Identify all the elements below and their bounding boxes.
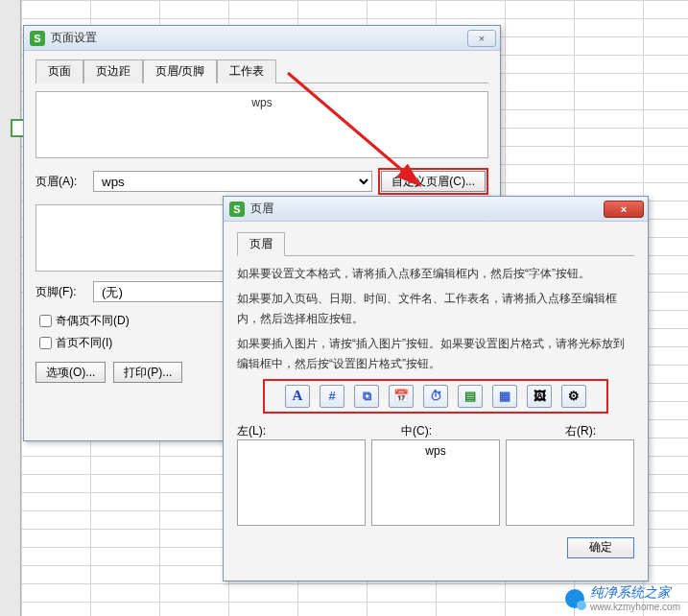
page-setup-title: 页面设置: [51, 30, 467, 46]
left-section-label: 左(L):: [237, 423, 357, 439]
custom-header-highlight: 自定义页眉(C)...: [378, 168, 488, 195]
instruction-text-3: 如果要插入图片，请按“插入图片”按钮。如果要设置图片格式，请将光标放到编辑框中，…: [237, 334, 634, 373]
center-section-label: 中(C):: [357, 423, 477, 439]
print-button[interactable]: 打印(P)...: [113, 362, 182, 383]
page-number-icon[interactable]: #: [320, 385, 344, 408]
odd-even-different-label: 奇偶页不同(D): [56, 313, 130, 329]
total-pages-icon[interactable]: ⧉: [354, 385, 379, 408]
filepath-icon[interactable]: ▤: [458, 385, 483, 408]
page-setup-titlebar[interactable]: S 页面设置 ×: [24, 26, 500, 51]
header-toolbar-highlight: A # ⧉ 📅 ⏱ ▤ ▦ 🖼 ⚙: [263, 379, 608, 414]
wps-app-icon: S: [30, 31, 45, 46]
insert-image-icon[interactable]: 🖼: [527, 385, 552, 408]
tab-header-footer[interactable]: 页眉/页脚: [143, 59, 217, 83]
header-preview-box: wps: [36, 91, 488, 158]
tab-margins[interactable]: 页边距: [83, 59, 143, 83]
tab-sheet[interactable]: 工作表: [217, 59, 276, 83]
instruction-text-1: 如果要设置文本格式，请将插入点移至编辑框内，然后按“字体”按钮。: [237, 264, 634, 283]
center-header-input[interactable]: wps: [371, 439, 500, 526]
ok-button[interactable]: 确定: [567, 537, 634, 558]
odd-even-different-checkbox[interactable]: [39, 315, 52, 327]
watermark-brand: 纯净系统之家: [590, 584, 671, 600]
watermark-logo-icon: [565, 589, 584, 608]
date-icon[interactable]: 📅: [389, 385, 414, 408]
right-section-label: 右(R):: [476, 423, 634, 439]
center-header-value: wps: [425, 444, 445, 458]
tab-header-inner[interactable]: 页眉: [237, 232, 285, 256]
watermark: 纯净系统之家 www.kzmyhome.com: [565, 584, 680, 612]
time-icon[interactable]: ⏱: [423, 385, 448, 408]
image-format-icon[interactable]: ⚙: [561, 385, 586, 408]
watermark-url: www.kzmyhome.com: [590, 602, 680, 612]
options-button[interactable]: 选项(O)...: [36, 362, 106, 383]
tab-page[interactable]: 页面: [36, 59, 83, 83]
row-header-strip: [0, 0, 21, 616]
page-setup-tabs: 页面 页边距 页眉/页脚 工作表: [36, 59, 488, 83]
sheetname-icon[interactable]: ▦: [492, 385, 517, 408]
header-editor-title: 页眉: [250, 201, 604, 217]
font-icon[interactable]: A: [285, 385, 310, 408]
header-combo-label: 页眉(A):: [36, 174, 93, 190]
first-page-different-label: 首页不同(I): [56, 335, 112, 351]
first-page-different-checkbox[interactable]: [39, 337, 52, 349]
header-editor-titlebar[interactable]: S 页眉 ×: [224, 197, 648, 222]
left-header-input[interactable]: [237, 439, 366, 526]
wps-app-icon: S: [229, 201, 245, 217]
custom-header-button[interactable]: 自定义页眉(C)...: [381, 171, 486, 192]
footer-combo-label: 页脚(F):: [36, 284, 93, 300]
instruction-text-2: 如果要加入页码、日期、时间、文件名、工作表名，请将插入点移至编辑框内，然后选择相…: [237, 289, 634, 328]
page-setup-close-button[interactable]: ×: [467, 30, 496, 47]
header-editor-dialog: S 页眉 × 页眉 如果要设置文本格式，请将插入点移至编辑框内，然后按“字体”按…: [223, 196, 649, 581]
header-preview-text: wps: [251, 96, 272, 109]
right-header-input[interactable]: [506, 439, 634, 526]
header-combo[interactable]: wps: [93, 171, 372, 192]
header-editor-close-button[interactable]: ×: [604, 201, 644, 218]
